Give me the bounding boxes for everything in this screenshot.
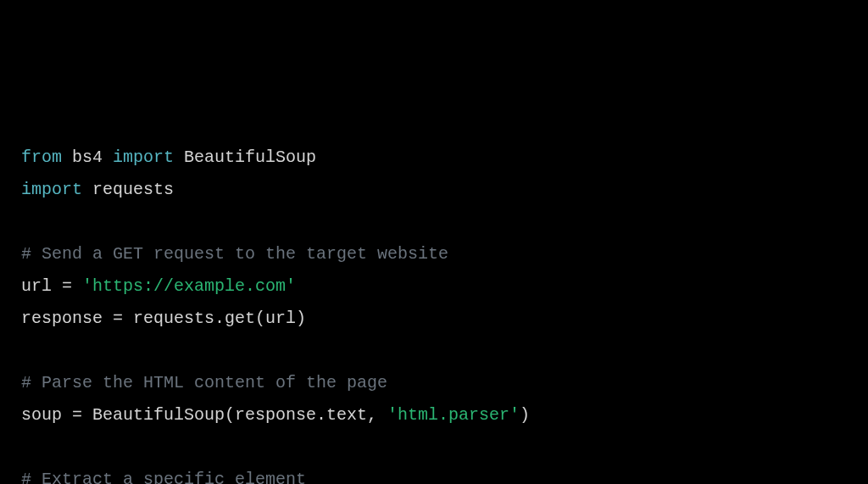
- code-token: import: [113, 147, 174, 167]
- code-token: import: [21, 180, 82, 199]
- code-token: # Send a GET request to the target websi…: [21, 244, 448, 264]
- code-token: ): [520, 405, 530, 425]
- code-block: from bs4 import BeautifulSoup import req…: [21, 142, 847, 484]
- code-token: response = requests.get(url): [21, 309, 306, 328]
- code-token: 'https://example.com': [82, 276, 296, 296]
- code-token: soup = BeautifulSoup(response.text,: [21, 405, 387, 425]
- code-token: url =: [21, 276, 82, 296]
- code-token: # Parse the HTML content of the page: [21, 373, 387, 392]
- code-token: from: [21, 147, 62, 167]
- code-token: bs4: [62, 147, 113, 167]
- code-token: BeautifulSoup: [174, 147, 316, 167]
- code-token: requests: [82, 180, 174, 199]
- code-token: 'html.parser': [387, 405, 520, 425]
- code-token: # Extract a specific element: [21, 470, 306, 484]
